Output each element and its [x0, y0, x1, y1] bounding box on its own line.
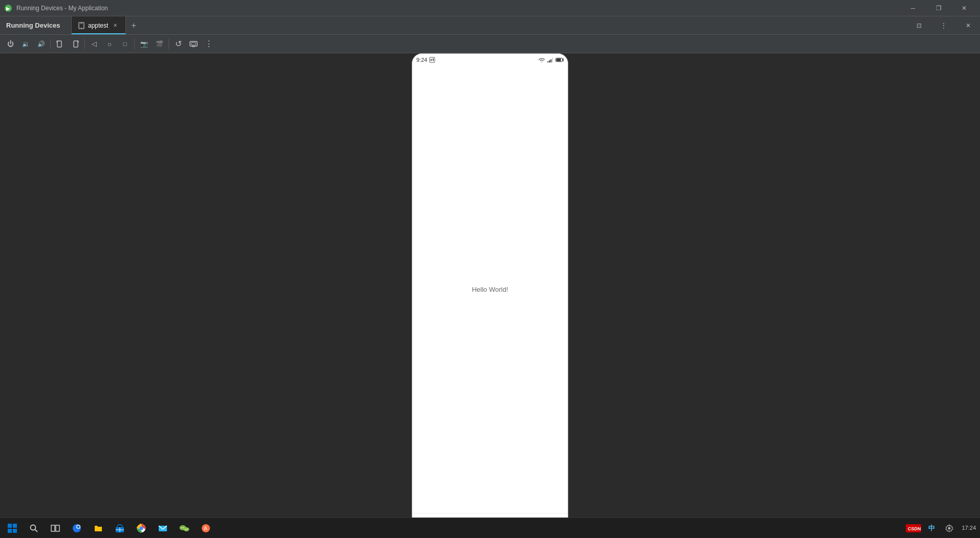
separator-1 [50, 39, 51, 49]
title-bar: ▶ Running Devices - My Application ─ ❐ ✕ [0, 0, 980, 16]
ime-tray-item[interactable]: 中 [926, 523, 937, 534]
minimize-button[interactable]: ─ [901, 0, 925, 16]
refresh-icon: ↺ [175, 39, 182, 49]
tabs-area: apptest ✕ + [72, 16, 907, 34]
svg-rect-25 [8, 524, 12, 528]
chrome-icon [136, 523, 146, 533]
status-time: 9:24 [416, 57, 427, 63]
home-button[interactable]: ○ [102, 37, 117, 51]
taskbar-tray: CSDN 中 [904, 519, 960, 538]
more-toolbar-button[interactable]: ⋮ [202, 37, 216, 51]
rotate-left-icon [56, 40, 64, 48]
svg-text:▶: ▶ [6, 6, 10, 11]
phone-screen[interactable]: Hello World! [412, 66, 568, 513]
settings-icon [945, 524, 953, 532]
wifi-icon [538, 57, 545, 63]
more-icon: ⋮ [205, 39, 213, 49]
signal-icon [547, 57, 554, 63]
search-taskbar-button[interactable] [24, 519, 44, 538]
add-tab-button[interactable]: + [126, 16, 141, 34]
taskbar-clock[interactable]: 17:24 [962, 524, 976, 531]
mail-taskbar-button[interactable] [153, 519, 173, 538]
screenrecord-button[interactable]: 🎬 [152, 37, 166, 51]
settings-tray-item[interactable] [939, 519, 960, 538]
title-bar-controls: ─ ❐ ✕ [901, 0, 976, 16]
tv-button[interactable] [186, 37, 201, 51]
store-icon [115, 523, 125, 533]
svg-rect-26 [13, 524, 17, 528]
volume-down-button[interactable]: 🔉 [18, 37, 33, 51]
wechat-taskbar-button[interactable] [174, 519, 195, 538]
status-bar: 9:24 [412, 54, 568, 66]
tab-close-button[interactable]: ✕ [111, 21, 119, 30]
svg-line-30 [35, 529, 38, 532]
svg-rect-28 [13, 529, 17, 533]
tab-apptest[interactable]: apptest ✕ [72, 16, 126, 34]
svg-rect-17 [547, 61, 548, 62]
screenshot-button[interactable]: 📷 [137, 37, 151, 51]
tab-bar: Running Devices apptest ✕ + ⊡ ⋮ ✕ [0, 16, 980, 35]
window-title: Running Devices - My Application [16, 5, 108, 12]
header-more-button[interactable]: ⋮ [932, 17, 955, 34]
svg-rect-13 [191, 42, 196, 45]
taskview-button[interactable] [45, 519, 66, 538]
taskbar-right: CSDN 中 17:24 [904, 519, 978, 538]
svg-point-4 [81, 27, 82, 28]
status-bar-right [538, 57, 564, 63]
status-bar-left: 9:24 [416, 57, 435, 63]
clock-time: 17:24 [962, 525, 976, 531]
files-taskbar-button[interactable] [88, 519, 109, 538]
wechat-icon [179, 523, 190, 534]
svg-point-48 [187, 529, 188, 530]
refresh-button[interactable]: ↺ [171, 37, 185, 51]
device-area: 9:24 [0, 53, 980, 538]
volume-up-icon: 🔊 [37, 40, 45, 48]
device-icon [78, 22, 85, 29]
svg-rect-32 [56, 525, 59, 531]
power-button[interactable]: ⏻ [3, 37, 17, 51]
header-right: ⊡ ⋮ ✕ [907, 16, 980, 34]
recents-icon: □ [123, 40, 126, 48]
separator-2 [84, 39, 85, 49]
running-devices-label: Running Devices [6, 21, 60, 29]
windows-icon [7, 523, 17, 533]
svg-rect-16 [433, 58, 434, 61]
toolbar: ⏻ 🔉 🔊 ◁ ○ □ 📷 🎬 ↺ [0, 35, 980, 53]
home-icon: ○ [108, 40, 112, 48]
video-icon: 🎬 [156, 40, 163, 48]
csdn-icon: CSDN [906, 523, 922, 533]
taskview-icon [51, 524, 60, 533]
svg-rect-31 [51, 525, 55, 531]
title-bar-left: ▶ Running Devices - My Application [4, 4, 108, 12]
svg-rect-15 [431, 59, 432, 61]
device-mirror-button[interactable]: ⊡ [907, 17, 931, 34]
start-button[interactable] [2, 519, 23, 538]
svg-rect-27 [8, 529, 12, 533]
camera-icon: 📷 [140, 40, 148, 48]
store-taskbar-button[interactable] [110, 519, 130, 538]
svg-point-35 [77, 525, 80, 528]
extra-taskbar-button[interactable]: A [196, 519, 216, 538]
csdn-tray-item[interactable]: CSDN [904, 519, 924, 538]
separator-3 [134, 39, 135, 49]
svg-rect-11 [190, 41, 197, 46]
svg-rect-20 [552, 58, 553, 62]
svg-point-47 [185, 529, 186, 530]
svg-point-41 [140, 526, 143, 530]
rotate-right-icon [71, 40, 79, 48]
rotate-right-button[interactable] [68, 37, 82, 51]
battery-icon [556, 57, 564, 62]
window-close-button[interactable]: ✕ [952, 0, 976, 16]
volume-up-button[interactable]: 🔊 [34, 37, 48, 51]
rotate-left-button[interactable] [53, 37, 67, 51]
back-button[interactable]: ◁ [87, 37, 101, 51]
svg-text:A: A [204, 526, 207, 531]
browser-taskbar-button[interactable] [67, 519, 87, 538]
panel-close-button[interactable]: ✕ [956, 17, 980, 34]
recents-button[interactable]: □ [118, 37, 132, 51]
tv-icon [189, 40, 198, 48]
chrome-taskbar-button[interactable] [131, 519, 152, 538]
maximize-button[interactable]: ❐ [927, 0, 950, 16]
running-devices-section: Running Devices [0, 16, 72, 34]
back-icon: ◁ [92, 40, 97, 48]
